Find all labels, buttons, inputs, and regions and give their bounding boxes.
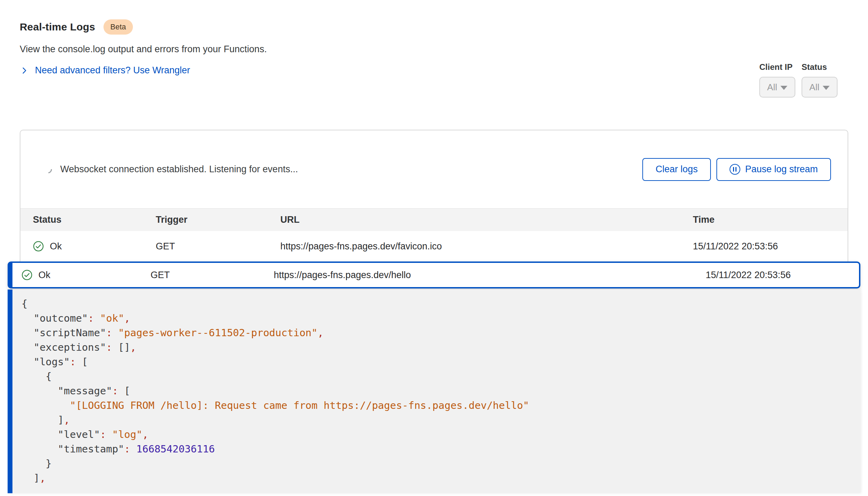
client-ip-label: Client IP	[759, 62, 795, 72]
pause-log-stream-label: Pause log stream	[745, 164, 818, 175]
code-line: "logs": [	[21, 355, 860, 369]
code-line: }	[21, 456, 860, 471]
code-line: {	[21, 369, 860, 384]
caret-down-icon	[780, 86, 787, 90]
time-cell: 15/11/2022 20:53:56	[680, 241, 848, 252]
logs-card: Websocket connection established. Listen…	[20, 130, 848, 261]
code-line: "message": [	[21, 384, 860, 398]
realtime-logs-page: Real-time Logs Beta View the console.log…	[0, 0, 868, 496]
clear-logs-button[interactable]: Clear logs	[642, 158, 711, 181]
log-detail-json: { "outcome": "ok", "scriptName": "pages-…	[8, 290, 860, 493]
trigger-cell: GET	[142, 270, 265, 281]
code-line: "scriptName": "pages-worker--611502-prod…	[21, 325, 860, 340]
status-ok-icon	[21, 269, 33, 281]
client-ip-dropdown[interactable]: All	[759, 77, 795, 98]
client-ip-dropdown-value: All	[767, 82, 777, 93]
stream-status-bar: Websocket connection established. Listen…	[20, 130, 848, 208]
column-header-status: Status	[20, 214, 143, 225]
code-line: "exceptions": [],	[21, 340, 860, 355]
code-line: "level": "log",	[21, 427, 860, 442]
code-line: "[LOGGING FROM /hello]: Request came fro…	[21, 398, 860, 413]
column-header-trigger: Trigger	[143, 214, 268, 225]
time-cell: 15/11/2022 20:53:56	[697, 270, 859, 281]
filter-client-ip: Client IP All	[759, 62, 795, 98]
pause-icon	[730, 164, 740, 175]
code-line: {	[21, 296, 860, 311]
spinner-icon	[43, 164, 54, 175]
column-header-url: URL	[268, 214, 680, 225]
trigger-cell: GET	[143, 241, 268, 252]
status-text: Ok	[38, 270, 51, 281]
chevron-right-icon	[20, 66, 29, 75]
page-header: Real-time Logs Beta View the console.log…	[0, 0, 868, 76]
wrangler-link-label: Need advanced filters? Use Wrangler	[35, 65, 190, 76]
selected-table-row[interactable]: Ok GET https://pages-fns.pages.dev/hello…	[8, 261, 860, 288]
stream-status-message: Websocket connection established. Listen…	[60, 164, 642, 175]
pause-log-stream-button[interactable]: Pause log stream	[716, 158, 831, 181]
status-cell: Ok	[12, 269, 142, 281]
status-label: Status	[802, 62, 838, 72]
status-dropdown[interactable]: All	[802, 77, 838, 98]
status-ok-icon	[33, 241, 44, 252]
code-line: "outcome": "ok",	[21, 311, 860, 325]
filter-status: Status All	[802, 62, 838, 98]
status-text: Ok	[50, 241, 62, 252]
page-title: Real-time Logs	[20, 21, 95, 33]
code-line: ],	[21, 471, 860, 485]
filters: Client IP All Status All	[759, 62, 838, 98]
code-line: "timestamp": 1668542036116	[21, 442, 860, 456]
code-line: ],	[21, 413, 860, 427]
wrangler-link[interactable]: Need advanced filters? Use Wrangler	[20, 65, 848, 76]
page-description: View the console.log output and errors f…	[20, 44, 848, 55]
status-cell: Ok	[20, 241, 143, 252]
beta-badge: Beta	[103, 19, 133, 35]
status-dropdown-value: All	[810, 82, 820, 93]
expanded-log-entry: Ok GET https://pages-fns.pages.dev/hello…	[8, 261, 860, 493]
table-row[interactable]: Ok GET https://pages-fns.pages.dev/favic…	[20, 231, 848, 261]
column-header-time: Time	[680, 214, 848, 225]
url-cell: https://pages-fns.pages.dev/favicon.ico	[268, 241, 680, 252]
table-header: Status Trigger URL Time	[20, 208, 848, 231]
caret-down-icon	[823, 86, 830, 90]
url-cell: https://pages-fns.pages.dev/hello	[265, 270, 697, 281]
